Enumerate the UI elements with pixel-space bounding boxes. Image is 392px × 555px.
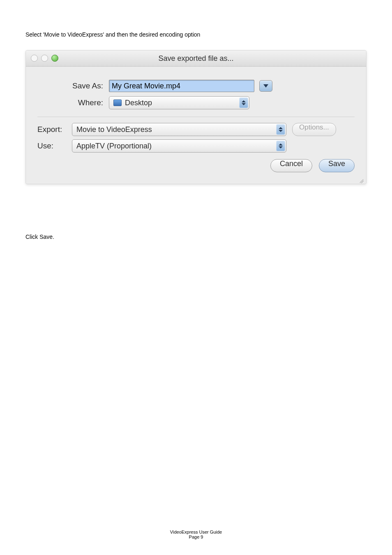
instruction-text-2: Click Save. xyxy=(25,234,367,240)
save-as-label: Save As: xyxy=(37,81,109,90)
export-value: Movie to VideoExpress xyxy=(76,125,152,134)
chevron-down-icon xyxy=(263,84,268,88)
save-button[interactable]: Save xyxy=(319,159,355,172)
stepper-icon xyxy=(239,97,248,108)
export-popup[interactable]: Movie to VideoExpress xyxy=(72,123,286,136)
footer-page: Page 9 xyxy=(0,534,392,539)
use-popup[interactable]: AppleTV (Proportional) xyxy=(72,139,286,153)
use-label: Use: xyxy=(37,141,72,150)
instruction-text: Select 'Movie to VideoExpress' and then … xyxy=(25,31,367,38)
minimize-icon[interactable] xyxy=(41,55,48,62)
save-dialog: Save exported file as... Save As: My Gre… xyxy=(25,50,367,184)
cancel-button[interactable]: Cancel xyxy=(270,159,312,172)
where-label: Where: xyxy=(37,98,109,107)
export-label: Export: xyxy=(37,125,72,134)
stepper-icon xyxy=(276,124,285,135)
close-icon[interactable] xyxy=(31,55,38,62)
stepper-icon xyxy=(276,141,285,151)
traffic-lights xyxy=(31,55,58,62)
titlebar: Save exported file as... xyxy=(26,51,366,67)
filename-input[interactable]: My Great Movie.mp4 xyxy=(109,80,254,92)
footer-title: VideoExpress User Guide xyxy=(0,530,392,534)
expand-button[interactable] xyxy=(259,80,272,92)
desktop-icon xyxy=(113,99,122,106)
divider xyxy=(37,117,355,117)
options-button: Options... xyxy=(292,123,336,136)
where-popup[interactable]: Desktop xyxy=(109,96,249,109)
use-value: AppleTV (Proportional) xyxy=(76,142,152,150)
resize-handle-icon[interactable] xyxy=(359,177,365,183)
zoom-icon[interactable] xyxy=(51,55,58,62)
where-value: Desktop xyxy=(125,99,152,107)
window-title: Save exported file as... xyxy=(26,51,366,66)
page-footer: VideoExpress User Guide Page 9 xyxy=(0,530,392,539)
